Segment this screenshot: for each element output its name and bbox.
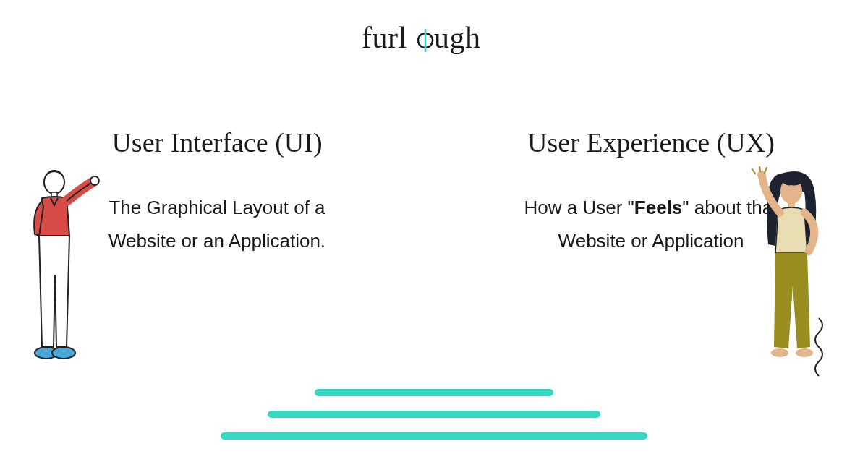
ux-body-prefix: How a User " xyxy=(524,197,634,218)
podium-steps-icon xyxy=(221,389,647,440)
podium-bar-bottom xyxy=(221,432,647,440)
podium-bar-top xyxy=(315,389,553,396)
woman-illustration-icon xyxy=(746,166,848,383)
svg-text:furl: furl xyxy=(362,22,407,54)
svg-point-8 xyxy=(52,347,75,359)
podium-bar-middle xyxy=(268,411,600,418)
svg-point-6 xyxy=(90,176,99,185)
ui-body: The Graphical Layout of a Website or an … xyxy=(87,192,347,257)
ui-heading: User Interface (UI) xyxy=(111,127,322,158)
ux-body: How a User "Feels" about that Website or… xyxy=(521,192,781,257)
brand-logo: furl ugh xyxy=(362,22,506,56)
man-illustration-icon xyxy=(22,166,105,369)
ux-heading: User Experience (UX) xyxy=(527,127,775,158)
diagram-page: furl ugh User Interface (UI) The Graphic… xyxy=(0,0,868,454)
columns: User Interface (UI) The Graphical Layout… xyxy=(0,127,868,257)
svg-text:ugh: ugh xyxy=(434,22,481,54)
svg-point-12 xyxy=(771,348,788,357)
svg-point-13 xyxy=(796,348,813,357)
ux-body-bold: Feels xyxy=(634,197,683,218)
